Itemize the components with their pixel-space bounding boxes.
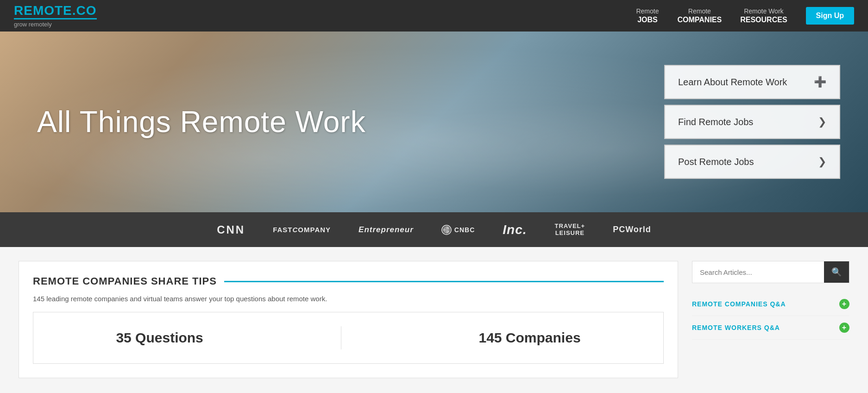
inc-logo: Inc.: [503, 222, 527, 237]
plus-icon-workers-qa: +: [839, 323, 849, 333]
section-title-divider: [224, 281, 664, 282]
cnbc-logo: CNBC: [441, 225, 475, 235]
sidebar-links: REMOTE COMPANIES Q&A + REMOTE WORKERS Q&…: [692, 292, 849, 340]
find-remote-jobs-button[interactable]: Find Remote Jobs ❯: [664, 105, 840, 139]
nav-companies-bottom: COMPANIES: [677, 15, 722, 24]
nav-jobs-top: Remote: [636, 7, 659, 15]
left-panel: REMOTE COMPANIES SHARE TIPS 145 leading …: [19, 261, 678, 378]
plus-icon-companies-qa: +: [839, 299, 849, 309]
search-input[interactable]: [692, 261, 824, 283]
cnn-logo: CNN: [217, 223, 245, 236]
sidebar-link-companies-qa[interactable]: REMOTE COMPANIES Q&A +: [692, 292, 849, 316]
nav-resources-bottom: RESOURCES: [740, 15, 787, 24]
stat-questions: 35 Questions: [116, 330, 203, 346]
pcworld-logo: PCWorld: [613, 225, 651, 235]
navbar-links: Remote JOBS Remote COMPANIES Remote Work…: [636, 7, 854, 25]
chevron-right-icon: ❯: [818, 116, 826, 128]
hero-title: All Things Remote Work: [37, 105, 366, 139]
stat-divider: [341, 326, 341, 349]
travel-leisure-logo: TRAVEL+LEISURE: [555, 223, 585, 236]
search-button[interactable]: 🔍: [824, 261, 849, 283]
post-remote-jobs-button[interactable]: Post Remote Jobs ❯: [664, 145, 840, 179]
fastcompany-logo: FASTCOMPANY: [273, 226, 331, 234]
signup-button[interactable]: Sign Up: [806, 7, 854, 25]
plus-circle-icon: ➕: [814, 76, 826, 88]
hero-buttons: Learn About Remote Work ➕ Find Remote Jo…: [664, 65, 840, 179]
learn-remote-work-label: Learn About Remote Work: [678, 77, 787, 88]
logo-text: REMOTE.CO: [14, 4, 97, 19]
navbar: REMOTE.CO grow remotely Remote JOBS Remo…: [0, 0, 868, 32]
stat-questions-number: 35 Questions: [116, 330, 203, 346]
main-content: REMOTE COMPANIES SHARE TIPS 145 leading …: [0, 247, 868, 392]
search-box: 🔍: [692, 261, 849, 283]
stat-companies-number: 145 Companies: [478, 330, 580, 346]
sidebar-link-workers-qa-label: REMOTE WORKERS Q&A: [692, 324, 780, 331]
chevron-right-icon-2: ❯: [818, 156, 826, 168]
section-title-text: REMOTE COMPANIES SHARE TIPS: [33, 275, 217, 287]
hero-content: All Things Remote Work Learn About Remot…: [0, 65, 868, 179]
nav-jobs[interactable]: Remote JOBS: [636, 7, 659, 24]
learn-remote-work-button[interactable]: Learn About Remote Work ➕: [664, 65, 840, 99]
press-bar: CNN FASTCOMPANY Entrepreneur CNBC Inc. T…: [0, 212, 868, 247]
find-remote-jobs-label: Find Remote Jobs: [678, 117, 753, 127]
sidebar-link-workers-qa[interactable]: REMOTE WORKERS Q&A +: [692, 316, 849, 340]
nav-companies[interactable]: Remote COMPANIES: [677, 7, 722, 24]
logo[interactable]: REMOTE.CO grow remotely: [14, 4, 97, 28]
nav-companies-top: Remote: [677, 7, 722, 15]
logo-tagline: grow remotely: [14, 21, 52, 28]
post-remote-jobs-label: Post Remote Jobs: [678, 157, 754, 167]
section-title: REMOTE COMPANIES SHARE TIPS: [33, 275, 664, 287]
stat-companies: 145 Companies: [478, 330, 580, 346]
nav-jobs-bottom: JOBS: [636, 15, 659, 24]
search-icon: 🔍: [831, 267, 842, 277]
entrepreneur-logo: Entrepreneur: [359, 225, 414, 235]
right-panel: 🔍 REMOTE COMPANIES Q&A + REMOTE WORKERS …: [692, 261, 849, 378]
sidebar-link-companies-qa-label: REMOTE COMPANIES Q&A: [692, 300, 786, 308]
stats-box: 35 Questions 145 Companies: [33, 312, 664, 364]
nav-resources[interactable]: Remote Work RESOURCES: [740, 7, 787, 24]
nbc-peacock-icon: [441, 225, 452, 235]
nav-resources-top: Remote Work: [740, 7, 787, 15]
section-description: 145 leading remote companies and virtual…: [33, 295, 664, 303]
hero-section: All Things Remote Work Learn About Remot…: [0, 32, 868, 212]
